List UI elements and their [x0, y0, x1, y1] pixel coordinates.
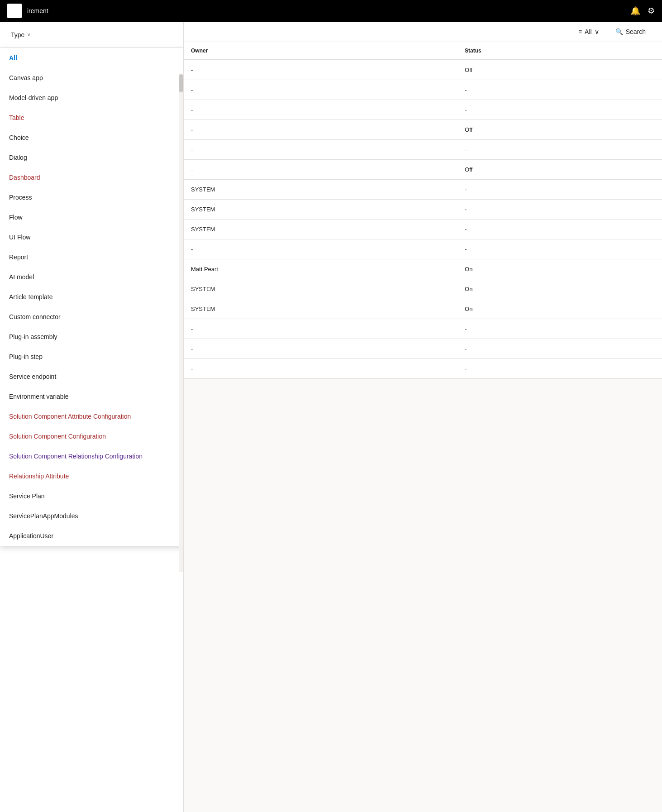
- dropdown-item[interactable]: Solution Component Configuration: [0, 426, 183, 446]
- settings-icon[interactable]: ⚙: [648, 6, 655, 16]
- dropdown-item[interactable]: Flow: [0, 207, 183, 227]
- dropdown-item[interactable]: AI model: [0, 267, 183, 287]
- dropdown-item[interactable]: Plug-in assembly: [0, 327, 183, 347]
- table-row[interactable]: Matt PeartOn: [184, 259, 662, 279]
- table-row[interactable]: SYSTEMOn: [184, 299, 662, 319]
- status-cell: -: [457, 140, 662, 160]
- owner-cell: SYSTEM: [184, 220, 457, 239]
- table-row[interactable]: -Off: [184, 160, 662, 180]
- status-cell: -: [457, 100, 662, 120]
- owner-cell: -: [184, 319, 457, 339]
- table-row[interactable]: -Off: [184, 60, 662, 80]
- right-rows-container: -Off-----Off---OffSYSTEM-SYSTEM-SYSTEM--…: [184, 60, 662, 379]
- chevron-down-icon: ∨: [27, 32, 30, 37]
- owner-cell: -: [184, 359, 457, 379]
- right-panel: ≡ All ∨ 🔍 Search Owner Status -Off-----O…: [184, 22, 662, 812]
- filter-all-label: All: [585, 28, 592, 35]
- notification-icon[interactable]: 🔔: [630, 6, 640, 16]
- owner-cell: Matt Peart: [184, 259, 457, 279]
- data-table: Owner Status -Off-----Off---OffSYSTEM-SY…: [184, 42, 662, 379]
- dropdown-item[interactable]: Custom connector: [0, 307, 183, 327]
- owner-cell: -: [184, 339, 457, 359]
- status-cell: -: [457, 359, 662, 379]
- search-button[interactable]: 🔍 Search: [610, 25, 651, 38]
- status-cell: -: [457, 220, 662, 239]
- search-label: Search: [626, 28, 646, 35]
- status-cell: -: [457, 339, 662, 359]
- table-row[interactable]: --: [184, 359, 662, 379]
- scroll-track: [179, 74, 183, 572]
- dropdown-item[interactable]: Process: [0, 187, 183, 207]
- dropdown-item[interactable]: Dashboard: [0, 167, 183, 187]
- table-row[interactable]: --: [184, 140, 662, 160]
- filter-all-button[interactable]: ≡ All ∨: [573, 25, 605, 38]
- dropdown-item[interactable]: Relationship Attribute: [0, 466, 183, 486]
- owner-cell: SYSTEM: [184, 299, 457, 319]
- table-row[interactable]: --: [184, 80, 662, 100]
- topbar-title: irement: [27, 7, 48, 14]
- data-table-container[interactable]: Owner Status -Off-----Off---OffSYSTEM-SY…: [184, 42, 662, 812]
- type-dropdown: AllCanvas appModel-driven appTableChoice…: [0, 48, 183, 546]
- dropdown-item[interactable]: Table: [0, 108, 183, 128]
- dropdown-item[interactable]: Environment variable: [0, 387, 183, 406]
- status-cell: On: [457, 299, 662, 319]
- filter-header: Type ∨: [0, 22, 183, 48]
- status-cell: -: [457, 319, 662, 339]
- status-cell: Off: [457, 120, 662, 140]
- search-filter-bar: ≡ All ∨ 🔍 Search: [184, 22, 662, 42]
- topbar: irement 🔔 ⚙: [0, 0, 662, 22]
- dropdown-item[interactable]: Report: [0, 247, 183, 267]
- dropdown-item[interactable]: Choice: [0, 128, 183, 148]
- app-logo: [7, 4, 22, 18]
- owner-cell: -: [184, 120, 457, 140]
- status-cell: -: [457, 200, 662, 220]
- dropdown-item[interactable]: ServicePlanAppModules: [0, 506, 183, 526]
- dropdown-item[interactable]: Solution Component Relationship Configur…: [0, 446, 183, 466]
- dropdown-item[interactable]: Solution Component Attribute Configurati…: [0, 406, 183, 426]
- owner-cell: -: [184, 80, 457, 100]
- status-cell: On: [457, 259, 662, 279]
- type-filter-button[interactable]: Type ∨: [7, 29, 34, 40]
- dropdown-item[interactable]: Service endpoint: [0, 367, 183, 387]
- table-row[interactable]: SYSTEM-: [184, 220, 662, 239]
- topbar-right: 🔔 ⚙: [630, 6, 655, 16]
- dropdown-scroll[interactable]: AllCanvas appModel-driven appTableChoice…: [0, 48, 183, 546]
- owner-cell: -: [184, 160, 457, 180]
- status-cell: Off: [457, 160, 662, 180]
- table-row[interactable]: SYSTEMOn: [184, 279, 662, 299]
- table-row[interactable]: -Off: [184, 120, 662, 140]
- dropdown-item[interactable]: All: [0, 48, 183, 68]
- col-owner[interactable]: Owner: [184, 42, 457, 60]
- col-status[interactable]: Status: [457, 42, 662, 60]
- table-row[interactable]: --: [184, 339, 662, 359]
- status-cell: Off: [457, 60, 662, 80]
- table-row[interactable]: --: [184, 100, 662, 120]
- scroll-thumb[interactable]: [179, 74, 183, 92]
- status-cell: -: [457, 80, 662, 100]
- status-cell: -: [457, 180, 662, 200]
- dropdown-item[interactable]: Dialog: [0, 148, 183, 167]
- table-row[interactable]: --: [184, 319, 662, 339]
- dropdown-item[interactable]: Model-driven app: [0, 88, 183, 108]
- status-cell: -: [457, 239, 662, 259]
- table-row[interactable]: --: [184, 239, 662, 259]
- type-label: Type: [11, 31, 24, 38]
- dropdown-item[interactable]: Plug-in step: [0, 347, 183, 367]
- search-icon: 🔍: [615, 28, 623, 35]
- table-row[interactable]: SYSTEM-: [184, 200, 662, 220]
- topbar-left: irement: [7, 4, 48, 18]
- owner-cell: SYSTEM: [184, 200, 457, 220]
- main-layout: Type ∨ Solution Component RelationshipAp…: [0, 22, 662, 812]
- dropdown-item[interactable]: ApplicationUser: [0, 526, 183, 546]
- dropdown-item[interactable]: Article template: [0, 287, 183, 307]
- dropdown-item[interactable]: Service Plan: [0, 486, 183, 506]
- left-panel: Type ∨ Solution Component RelationshipAp…: [0, 22, 184, 812]
- table-row[interactable]: SYSTEM-: [184, 180, 662, 200]
- owner-cell: -: [184, 60, 457, 80]
- owner-cell: SYSTEM: [184, 279, 457, 299]
- filter-chevron-icon: ∨: [595, 28, 599, 35]
- owner-cell: SYSTEM: [184, 180, 457, 200]
- dropdown-items-container: AllCanvas appModel-driven appTableChoice…: [0, 48, 183, 546]
- dropdown-item[interactable]: UI Flow: [0, 227, 183, 247]
- dropdown-item[interactable]: Canvas app: [0, 68, 183, 88]
